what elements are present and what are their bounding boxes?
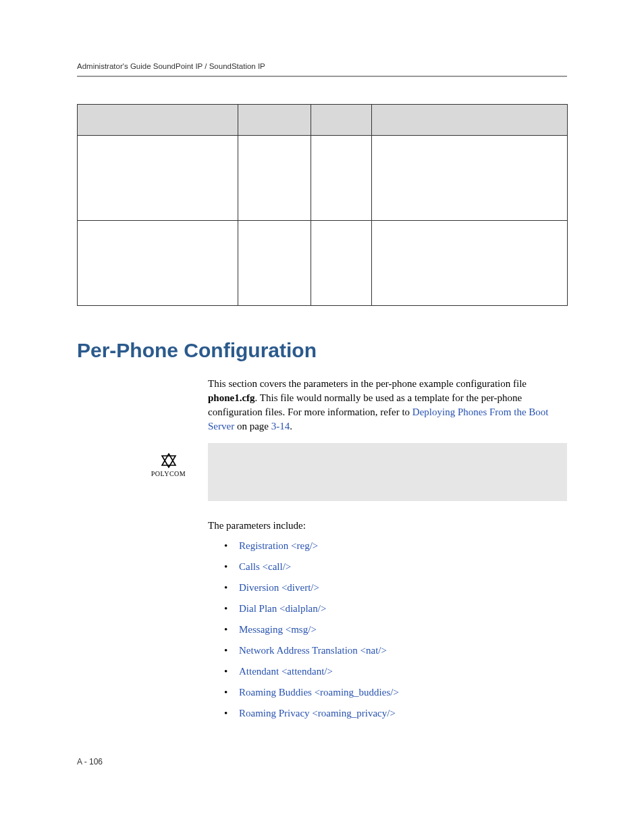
td-default [311,136,372,221]
header-divider [77,76,567,77]
td-attribute [78,136,238,221]
page-number: A - 106 [77,757,103,766]
intro-text-prefix: This section covers the parameters in th… [208,378,527,389]
polycom-logo-text: POLYCOM [150,470,187,477]
section-heading: Per-Phone Configuration [77,339,317,362]
td-interpretation [372,136,568,221]
td-permitted [238,136,311,221]
td-attribute [78,221,238,306]
list-item[interactable]: Calls <call/> [224,561,399,573]
page-header: Administrator's Guide SoundPoint IP / So… [77,62,567,70]
table-row [78,136,568,221]
polycom-logo: POLYCOM [150,452,187,477]
intro-end: . [290,421,292,432]
th-default [311,105,372,136]
params-intro-text: The parameters include: [208,520,306,531]
list-item[interactable]: Attendant <attendant/> [224,666,399,677]
td-interpretation [372,221,568,306]
list-item[interactable]: Roaming Buddies <roaming_buddies/> [224,687,399,698]
parameter-link-list: Registration <reg/> Calls <call/> Divers… [224,540,399,729]
table-row [78,221,568,306]
list-item[interactable]: Network Address Translation <nat/> [224,645,399,656]
link-page-ref[interactable]: 3-14 [271,421,290,432]
list-item[interactable]: Dial Plan <dialplan/> [224,603,399,615]
th-interpretation [372,105,568,136]
table-header-row [78,105,568,136]
th-attribute [78,105,238,136]
intro-filename: phone1.cfg [208,392,255,403]
list-item[interactable]: Messaging <msg/> [224,624,399,635]
th-permitted [238,105,311,136]
td-permitted [238,221,311,306]
list-item[interactable]: Registration <reg/> [224,540,399,552]
polycom-glyph-icon [150,452,187,469]
parameter-table [77,104,568,306]
list-item[interactable]: Roaming Privacy <roaming_privacy/> [224,708,399,719]
list-item[interactable]: Diversion <divert/> [224,582,399,594]
intro-paragraph: This section covers the parameters in th… [208,377,567,434]
intro-onpage: on page [234,421,271,432]
td-default [311,221,372,306]
note-callout-box [208,443,567,501]
